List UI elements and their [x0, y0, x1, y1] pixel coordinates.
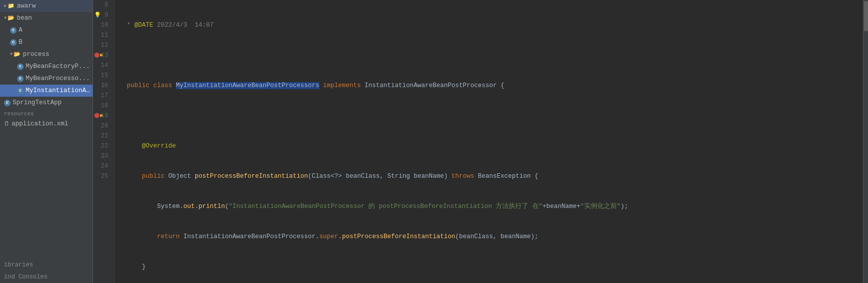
collapse-icon: ◇ [102, 151, 105, 161]
gutter-line-9: 💡 9 [93, 10, 111, 20]
sidebar-item-awarw[interactable]: awarw [0, 0, 93, 12]
breakpoint-icon: ⬤ [94, 111, 100, 121]
class-icon: c [10, 39, 17, 46]
folder-open-icon [8, 13, 17, 23]
folder-open-icon [14, 49, 23, 59]
gutter-line-23: ◇ 23 [93, 151, 111, 161]
code-line-10: public class MyInstantiationAwareBeanPos… [119, 81, 863, 91]
gutter-line-10: 10 [93, 20, 111, 30]
breakpoint-icon: ⬤ [94, 50, 100, 60]
gutter-line-19: ⬤ ▶ 19 [93, 111, 111, 121]
vertical-scrollbar[interactable] [863, 0, 868, 283]
sidebar-item-mybeanfactoryp[interactable]: c MyBeanFactoryP... [0, 60, 93, 73]
gutter-line-11: 11 [93, 30, 111, 40]
sidebar-item-mybeanprocesso[interactable]: c MyBeanProcesso... [0, 73, 93, 85]
code-line-14: System.out.println("InstantiationAwareBe… [119, 201, 863, 211]
code-area[interactable]: 8 💡 9 10 11 12 ⬤ ▶ 13 14 15 ◇ 16 17 18 ⬤ [93, 0, 868, 283]
sidebar-label: MyInstantiationA... [26, 86, 91, 96]
line-numbers-gutter: 8 💡 9 10 11 12 ⬤ ▶ 13 14 15 ◇ 16 17 18 ⬤ [93, 0, 115, 283]
sidebar-item-B[interactable]: c B [0, 36, 93, 48]
sidebar-label: ind Consoles [4, 272, 47, 282]
gutter-line-15: 15 [93, 70, 111, 81]
editor: 8 💡 9 10 11 12 ⬤ ▶ 13 14 15 ◇ 16 17 18 ⬤ [93, 0, 868, 283]
arrow-icon [4, 13, 7, 23]
gutter-line-22: 22 [93, 141, 111, 151]
sidebar-label: MyBeanFactoryP... [26, 61, 90, 72]
class-icon: c [4, 100, 11, 106]
code-line-8: * @DATE 2022/4/3 14:07 [119, 20, 863, 30]
sidebar-item-ind-consoles[interactable]: ind Consoles [0, 271, 93, 283]
code-line-13: public Object postProcessBeforeInstantia… [119, 171, 863, 181]
sidebar-label: process [23, 49, 49, 59]
code-line-11 [119, 111, 863, 121]
gutter-line-13: ⬤ ▶ 13 [93, 50, 111, 60]
sidebar-label: bean [17, 13, 32, 23]
arrow-icon [4, 1, 7, 11]
gutter-line-14: 14 [93, 60, 111, 70]
gutter-line-16: ◇ 16 [93, 81, 111, 91]
gutter-line-20: 20 [93, 121, 111, 131]
gutter-line-12: 12 [93, 40, 111, 50]
sidebar-label: B [19, 37, 23, 47]
code-line-9 [119, 50, 863, 60]
sidebar-item-A[interactable]: c A [0, 24, 93, 36]
gutter-line-8: 8 [93, 0, 111, 10]
sidebar-label: ibraries [4, 260, 33, 270]
xml-icon [4, 119, 12, 129]
sidebar-resources-label: resources [0, 109, 93, 118]
sidebar-label: application.xml [12, 119, 68, 129]
folder-closed-icon [8, 1, 17, 11]
scrollbar-thumb[interactable] [864, 1, 868, 31]
sidebar: awarw bean c A c B process c MyBeanFacto… [0, 0, 93, 283]
class-icon: c [17, 88, 24, 94]
sidebar-label: awarw [17, 1, 36, 11]
sidebar-item-applicationxml[interactable]: application.xml [0, 118, 93, 130]
sidebar-label: MyBeanProcesso... [26, 74, 90, 84]
class-icon: c [17, 76, 24, 82]
class-icon: c [17, 63, 24, 70]
gutter-line-24: 24 [93, 161, 111, 171]
gutter-line-18: 18 [93, 101, 111, 111]
debug-arrow-icon: ▶ [100, 111, 103, 121]
arrow-icon [10, 49, 13, 59]
gutter-line-17: 17 [93, 91, 111, 101]
bookmark-icon: 💡 [94, 10, 101, 20]
sidebar-item-libraries[interactable]: ibraries [0, 259, 93, 271]
sidebar-item-springtestapp[interactable]: c SpringTestApp [0, 97, 93, 109]
gutter-line-25: 25 [93, 171, 111, 181]
sidebar-label: A [19, 25, 23, 35]
class-icon: c [10, 27, 17, 34]
sidebar-item-process[interactable]: process [0, 48, 93, 60]
gutter-line-21: 21 [93, 131, 111, 141]
sidebar-item-bean[interactable]: bean [0, 12, 93, 24]
collapse-icon: ◇ [102, 81, 105, 91]
sidebar-item-myinstantiationa[interactable]: c MyInstantiationA... [0, 85, 93, 97]
code-line-16: } [119, 262, 863, 272]
code-line-15: return InstantiationAwareBeanPostProcess… [119, 232, 863, 242]
sidebar-label: SpringTestApp [13, 98, 62, 108]
code-content[interactable]: * @DATE 2022/4/3 14:07 public class MyIn… [115, 0, 863, 283]
code-line-12: @Override [119, 141, 863, 151]
debug-arrow-icon: ▶ [100, 50, 103, 60]
